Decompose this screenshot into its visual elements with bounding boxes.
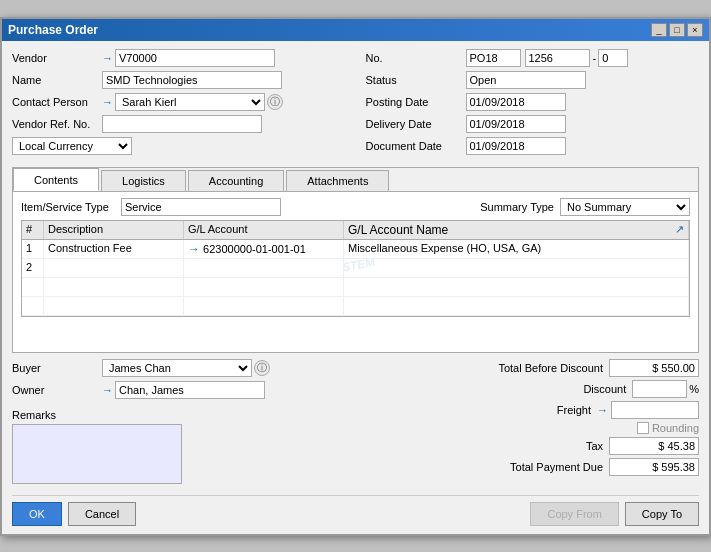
row4-description xyxy=(44,297,184,315)
item-service-type-input[interactable] xyxy=(121,198,281,216)
tab-logistics[interactable]: Logistics xyxy=(101,170,186,191)
document-date-input[interactable] xyxy=(466,137,566,155)
row2-gl-account xyxy=(184,259,344,277)
contact-select[interactable]: Sarah Kierl xyxy=(115,93,265,111)
table-header-row: # Description G/L Account G/L Account Na… xyxy=(22,221,689,240)
contact-row: Contact Person → Sarah Kierl ⓘ xyxy=(12,93,346,111)
table-row[interactable]: 1 Construction Fee → 62300000-01-001-01 … xyxy=(22,240,689,259)
window-body: Vendor → Name Contact Person → Sarah Kie… xyxy=(2,41,709,534)
freight-row: Freight → xyxy=(366,401,700,419)
remarks-section: Remarks xyxy=(12,409,346,487)
status-input[interactable] xyxy=(466,71,586,89)
bottom-section: Buyer James Chan ⓘ Owner → Remarks xyxy=(12,359,699,487)
tab-contents[interactable]: Contents xyxy=(13,168,99,191)
window-title: Purchase Order xyxy=(8,23,98,37)
close-button[interactable]: × xyxy=(687,23,703,37)
owner-label: Owner xyxy=(12,384,102,396)
total-due-label: Total Payment Due xyxy=(469,461,609,473)
contact-arrow: → xyxy=(102,96,113,108)
delivery-date-row: Delivery Date xyxy=(366,115,700,133)
currency-select[interactable]: Local Currency xyxy=(12,137,132,155)
currency-row: Local Currency xyxy=(12,137,346,155)
cancel-button[interactable]: Cancel xyxy=(68,502,136,526)
tax-row: Tax xyxy=(366,437,700,455)
row1-arrow: → xyxy=(188,242,200,256)
posting-date-row: Posting Date xyxy=(366,93,700,111)
no-input2[interactable] xyxy=(525,49,590,67)
tax-value[interactable] xyxy=(609,437,699,455)
remarks-textarea[interactable] xyxy=(12,424,182,484)
row4-gl-account xyxy=(184,297,344,315)
summary-type-select[interactable]: No Summary xyxy=(560,198,690,216)
buyer-row: Buyer James Chan ⓘ xyxy=(12,359,346,377)
document-date-row: Document Date xyxy=(366,137,700,155)
buyer-info-button[interactable]: ⓘ xyxy=(254,360,270,376)
line-items-table: # Description G/L Account G/L Account Na… xyxy=(21,220,690,317)
no-input3[interactable] xyxy=(598,49,628,67)
no-input1[interactable] xyxy=(466,49,521,67)
item-service-type-row: Item/Service Type Summary Type No Summar… xyxy=(21,198,690,216)
freight-input[interactable] xyxy=(611,401,699,419)
rounding-label: Rounding xyxy=(652,422,699,434)
no-separator: - xyxy=(593,52,597,64)
status-label: Status xyxy=(366,74,466,86)
ok-button[interactable]: OK xyxy=(12,502,62,526)
row1-num: 1 xyxy=(22,240,44,258)
delivery-date-input[interactable] xyxy=(466,115,566,133)
buyer-label: Buyer xyxy=(12,362,102,374)
col-num: # xyxy=(22,221,44,239)
posting-date-label: Posting Date xyxy=(366,96,466,108)
table-row-empty2 xyxy=(22,278,689,297)
tab-inner: Item/Service Type Summary Type No Summar… xyxy=(21,198,690,317)
minimize-button[interactable]: _ xyxy=(651,23,667,37)
owner-input[interactable] xyxy=(115,381,265,399)
discount-input[interactable] xyxy=(632,380,687,398)
name-input[interactable] xyxy=(102,71,282,89)
row3-gl-account xyxy=(184,278,344,296)
vendor-ref-input[interactable] xyxy=(102,115,262,133)
no-label: No. xyxy=(366,52,466,64)
vendor-input[interactable] xyxy=(115,49,275,67)
copy-to-button[interactable]: Copy To xyxy=(625,502,699,526)
title-bar: Purchase Order _ □ × xyxy=(2,19,709,41)
footer-left-buttons: OK Cancel xyxy=(12,502,136,526)
summary-type-label: Summary Type xyxy=(480,201,554,213)
contact-info-button[interactable]: ⓘ xyxy=(267,94,283,110)
row1-gl-account: → 62300000-01-001-01 xyxy=(184,240,344,258)
total-due-row: Total Payment Due xyxy=(366,458,700,476)
document-date-label: Document Date xyxy=(366,140,466,152)
vendor-label: Vendor xyxy=(12,52,102,64)
name-row: Name xyxy=(12,71,346,89)
vendor-arrow: → xyxy=(102,52,113,64)
external-link-icon[interactable]: ↗ xyxy=(675,223,684,236)
totals-section: Total Before Discount Discount % Freight… xyxy=(366,359,700,487)
name-label: Name xyxy=(12,74,102,86)
row4-num xyxy=(22,297,44,315)
status-row: Status xyxy=(366,71,700,89)
tab-accounting[interactable]: Accounting xyxy=(188,170,284,191)
vendor-ref-label: Vendor Ref. No. xyxy=(12,118,102,130)
posting-date-input[interactable] xyxy=(466,93,566,111)
freight-arrow: → xyxy=(597,404,608,416)
percent-label: % xyxy=(689,383,699,395)
col-gl-account: G/L Account xyxy=(184,221,344,239)
owner-arrow: → xyxy=(102,384,113,396)
table-row-empty[interactable]: 2 xyxy=(22,259,689,278)
total-due-value[interactable] xyxy=(609,458,699,476)
tab-attachments[interactable]: Attachments xyxy=(286,170,389,191)
table-row-empty3 xyxy=(22,297,689,316)
col-description: Description xyxy=(44,221,184,239)
rounding-checkbox[interactable] xyxy=(637,422,649,434)
bottom-left: Buyer James Chan ⓘ Owner → Remarks xyxy=(12,359,346,487)
right-fields: No. - Status Posting Date Delivery Date xyxy=(366,49,700,159)
row1-gl-account-name: Miscellaneous Expense (HO, USA, GA) xyxy=(344,240,689,258)
total-before-discount-value[interactable] xyxy=(609,359,699,377)
vendor-ref-row: Vendor Ref. No. xyxy=(12,115,346,133)
footer-buttons: OK Cancel Copy From Copy To xyxy=(12,495,699,526)
delivery-date-label: Delivery Date xyxy=(366,118,466,130)
row3-description xyxy=(44,278,184,296)
maximize-button[interactable]: □ xyxy=(669,23,685,37)
col-gl-account-name: G/L Account Name ↗ xyxy=(344,221,689,239)
buyer-select[interactable]: James Chan xyxy=(102,359,252,377)
copy-from-button[interactable]: Copy From xyxy=(530,502,618,526)
